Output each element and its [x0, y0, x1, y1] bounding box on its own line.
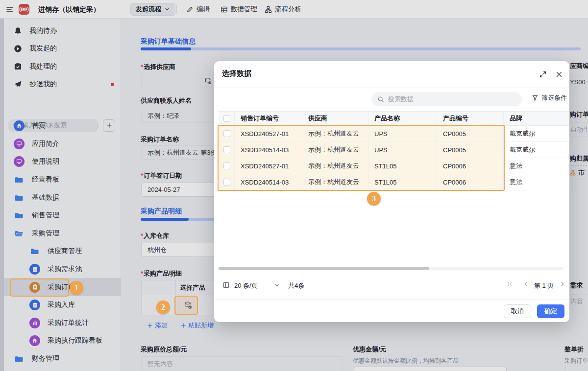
annotation-step1-badge: 1	[70, 281, 83, 295]
cell-supplier: 示例：杭州道友云	[302, 126, 368, 141]
column-header: 产品名称	[368, 112, 437, 125]
first-page-button[interactable]	[507, 280, 514, 288]
expand-icon[interactable]	[539, 70, 547, 78]
scrollbar-thumb[interactable]	[219, 267, 429, 270]
prev-page-button[interactable]	[522, 280, 530, 288]
select-data-modal: 选择数据 搜索数据 筛选条件 销售订单编号 供应商 产品名称 产品编号 品牌	[214, 61, 569, 322]
column-header: 产品编号	[437, 112, 504, 125]
cell-order-no: XSDD240514-03	[235, 142, 302, 158]
row-checkbox[interactable]	[223, 130, 230, 137]
data-table: 销售订单编号 供应商 产品名称 产品编号 品牌 XSDD240527-01 示例…	[219, 111, 569, 190]
pagination-bar: 20 条/页 共4条 第 1 页	[214, 278, 569, 293]
table-header-row: 销售订单编号 供应商 产品名称 产品编号 品牌	[219, 111, 569, 126]
modal-header-divider	[214, 88, 569, 88]
cell-supplier: 示例：杭州道友云	[302, 158, 368, 174]
cell-product-name: ST1L05	[368, 158, 437, 174]
row-checkbox[interactable]	[223, 146, 230, 153]
cell-order-no: XSDD240527-01	[235, 158, 302, 174]
total-count: 共4条	[288, 281, 304, 290]
modal-footer-divider	[214, 299, 569, 300]
horizontal-scrollbar	[219, 267, 564, 270]
cell-product-name: ST1L05	[368, 174, 437, 190]
chevron-down-icon[interactable]	[274, 282, 280, 288]
search-icon	[377, 96, 384, 103]
close-icon[interactable]	[555, 70, 563, 78]
cell-brand: 意法	[504, 174, 569, 190]
table-row[interactable]: XSDD240527-01 示例：杭州道友云 ST1L05 CP0006 意法	[219, 158, 569, 174]
cell-product-code: CP0005	[437, 142, 504, 158]
table-row[interactable]: XSDD240514-03 示例：杭州道友云 ST1L05 CP0006 意法	[219, 174, 569, 190]
column-header: 销售订单编号	[235, 112, 302, 125]
row-checkbox[interactable]	[223, 179, 230, 186]
cell-product-code: CP0006	[437, 174, 504, 190]
table-row[interactable]: XSDD240527-01 示例：杭州道友云 UPS CP0005 戴克威尔	[219, 126, 569, 142]
cell-product-name: UPS	[368, 142, 437, 158]
page-size-icon	[222, 281, 230, 289]
cell-order-no: XSDD240514-03	[235, 174, 302, 190]
screen: ERP 进销存（以销定采） 发起流程 编辑 数据管理 流程分析 我的待办	[0, 0, 588, 371]
next-page-button[interactable]	[559, 280, 566, 288]
select-all-checkbox[interactable]	[223, 115, 230, 122]
cell-product-name: UPS	[368, 126, 437, 141]
cancel-button[interactable]: 取消	[504, 304, 531, 318]
annotation-step3-badge: 3	[367, 192, 381, 206]
cell-supplier: 示例：杭州道友云	[302, 174, 368, 190]
confirm-button[interactable]: 确定	[537, 304, 564, 318]
modal-search-placeholder: 搜索数据	[388, 95, 414, 104]
table-row[interactable]: XSDD240514-03 示例：杭州道友云 UPS CP0005 戴克威尔	[219, 142, 569, 158]
current-page: 第 1 页	[534, 281, 554, 290]
column-header: 供应商	[302, 112, 368, 125]
funnel-icon	[532, 94, 539, 101]
cell-product-code: CP0005	[437, 126, 504, 141]
cell-order-no: XSDD240527-01	[235, 126, 302, 141]
annotation-step2-badge: 2	[156, 301, 170, 314]
cell-brand: 戴克威尔	[504, 126, 569, 141]
modal-title: 选择数据	[222, 69, 251, 78]
column-header: 品牌	[504, 112, 569, 125]
cell-supplier: 示例：杭州道友云	[302, 142, 368, 158]
page-size-select[interactable]: 20 条/页	[234, 281, 258, 290]
cell-brand: 戴克威尔	[504, 142, 569, 158]
filter-button[interactable]: 筛选条件	[532, 93, 567, 102]
modal-search-input[interactable]: 搜索数据	[371, 92, 522, 106]
row-checkbox[interactable]	[223, 162, 230, 169]
cell-product-code: CP0006	[437, 158, 504, 174]
cell-brand: 意法	[504, 158, 569, 174]
